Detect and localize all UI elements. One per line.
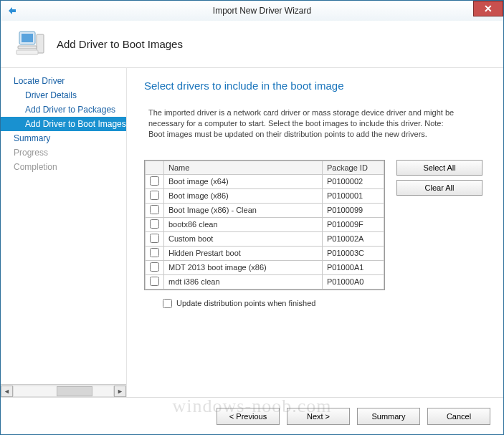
row-package-id: P0100099 <box>323 203 384 217</box>
clear-all-button[interactable]: Clear All <box>396 180 482 196</box>
app-icon <box>4 2 21 19</box>
titlebar: Import New Driver Wizard ✕ <box>1 1 503 21</box>
row-name: Boot Image (x86) - Clean <box>164 203 323 217</box>
row-package-id: P010002A <box>323 231 384 246</box>
boot-images-table: Name Package ID Boot image (x64)P0100002… <box>144 160 385 290</box>
close-icon: ✕ <box>484 3 493 14</box>
cancel-button[interactable]: Cancel <box>427 408 490 425</box>
sidebar-item-summary[interactable]: Summary <box>1 131 126 145</box>
sidebar-item-progress[interactable]: Progress <box>1 145 126 160</box>
row-checkbox[interactable] <box>150 248 159 257</box>
sidebar-item-add-driver-to-packages[interactable]: Add Driver to Packages <box>1 102 126 117</box>
row-name: Boot image (x86) <box>164 188 323 203</box>
scroll-right-icon[interactable]: ► <box>114 386 126 397</box>
table-row[interactable]: bootx86 cleanP010009F <box>146 217 384 231</box>
scroll-track[interactable] <box>13 386 114 397</box>
row-package-id: P01000A0 <box>323 274 384 289</box>
update-distribution-checkbox[interactable] <box>163 299 172 308</box>
row-name: Boot image (x64) <box>164 174 323 188</box>
sidebar-item-driver-details[interactable]: Driver Details <box>1 88 126 102</box>
row-checkbox[interactable] <box>150 176 159 186</box>
row-name: mdt i386 clean <box>164 274 323 289</box>
previous-button[interactable]: < Previous <box>217 408 280 425</box>
window-title: Import New Driver Wizard <box>21 6 503 16</box>
row-checkbox[interactable] <box>150 219 159 229</box>
column-name[interactable]: Name <box>164 161 323 174</box>
table-row[interactable]: Boot image (x86)P0100001 <box>146 188 384 203</box>
row-package-id: P010009F <box>323 217 384 231</box>
scroll-left-icon[interactable]: ◄ <box>1 386 13 397</box>
sidebar-item-completion[interactable]: Completion <box>1 160 126 174</box>
wizard-window: Import New Driver Wizard ✕ Add Driver to… <box>0 0 504 435</box>
wizard-steps-sidebar: Locate DriverDriver DetailsAdd Driver to… <box>1 68 127 397</box>
summary-button[interactable]: Summary <box>357 408 420 425</box>
column-checkbox[interactable] <box>146 161 164 174</box>
row-name: bootx86 clean <box>164 217 323 231</box>
svg-rect-4 <box>18 46 37 49</box>
wizard-header: Add Driver to Boot Images <box>1 21 503 68</box>
row-checkbox[interactable] <box>150 234 159 243</box>
row-checkbox[interactable] <box>150 262 159 272</box>
table-row[interactable]: Hidden Prestart bootP010003C <box>146 246 384 260</box>
scroll-thumb[interactable] <box>57 386 92 396</box>
update-distribution-row: Update distribution points when finished <box>144 299 486 308</box>
content-description: The imported driver is a network card dr… <box>144 107 486 140</box>
next-button[interactable]: Next > <box>287 408 350 425</box>
table-row[interactable]: Boot Image (x86) - CleanP0100099 <box>146 203 384 217</box>
sidebar-item-add-driver-to-boot-images[interactable]: Add Driver to Boot Images <box>1 117 126 131</box>
table-row[interactable]: MDT 2013 boot image (x86)P01000A1 <box>146 260 384 274</box>
row-name: Hidden Prestart boot <box>164 246 323 260</box>
sidebar-item-locate-driver[interactable]: Locate Driver <box>1 74 126 88</box>
select-all-button[interactable]: Select All <box>396 160 482 176</box>
row-checkbox[interactable] <box>150 277 159 286</box>
content-heading: Select drivers to include in the boot im… <box>144 80 486 92</box>
svg-rect-5 <box>16 50 38 54</box>
column-package-id[interactable]: Package ID <box>323 161 384 174</box>
wizard-content: Select drivers to include in the boot im… <box>127 68 503 397</box>
row-package-id: P0100001 <box>323 188 384 203</box>
svg-marker-0 <box>9 7 16 14</box>
row-name: Custom boot <box>164 231 323 246</box>
row-checkbox[interactable] <box>150 191 159 200</box>
svg-rect-2 <box>22 34 33 42</box>
computer-icon <box>15 27 47 62</box>
page-title: Add Driver to Boot Images <box>57 38 183 50</box>
update-distribution-label: Update distribution points when finished <box>176 299 315 307</box>
table-row[interactable]: Boot image (x64)P0100002 <box>146 174 384 188</box>
row-name: MDT 2013 boot image (x86) <box>164 260 323 274</box>
table-row[interactable]: mdt i386 cleanP01000A0 <box>146 274 384 289</box>
table-row[interactable]: Custom bootP010002A <box>146 231 384 246</box>
row-package-id: P010003C <box>323 246 384 260</box>
close-button[interactable]: ✕ <box>473 1 503 16</box>
sidebar-scrollbar[interactable]: ◄ ► <box>1 384 126 397</box>
row-package-id: P01000A1 <box>323 260 384 274</box>
row-package-id: P0100002 <box>323 174 384 188</box>
row-checkbox[interactable] <box>150 205 159 214</box>
wizard-footer: < Previous Next > Summary Cancel <box>1 397 503 434</box>
